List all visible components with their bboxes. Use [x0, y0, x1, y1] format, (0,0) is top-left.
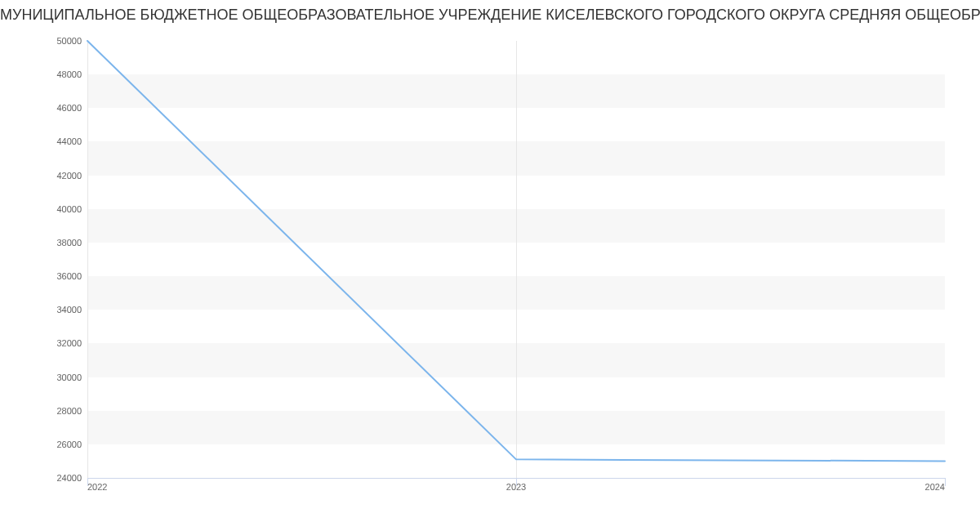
y-tick-label: 24000: [8, 473, 82, 483]
y-tick-label: 42000: [8, 171, 82, 181]
x-tick-label: 2024: [925, 482, 945, 492]
x-tick-label: 2022: [87, 482, 107, 492]
y-tick-label: 44000: [8, 136, 82, 146]
y-tick-label: 34000: [8, 305, 82, 315]
series-line: [87, 41, 945, 461]
y-tick-label: 46000: [8, 103, 82, 113]
y-tick-label: 32000: [8, 338, 82, 348]
y-tick-label: 48000: [8, 69, 82, 79]
y-tick-label: 36000: [8, 271, 82, 281]
y-tick-label: 50000: [8, 36, 82, 46]
x-tick-mark: [945, 478, 946, 486]
chart-container: МУНИЦИПАЛЬНОЕ БЮДЖЕТНОЕ ОБЩЕОБРАЗОВАТЕЛЬ…: [0, 0, 980, 531]
x-tick-mark: [87, 478, 88, 486]
y-tick-label: 40000: [8, 204, 82, 214]
x-tick-mark: [516, 478, 517, 486]
plot-area: [87, 41, 945, 478]
y-tick-label: 26000: [8, 440, 82, 449]
y-tick-label: 30000: [8, 373, 82, 382]
y-tick-label: 28000: [8, 406, 82, 416]
chart-title: МУНИЦИПАЛЬНОЕ БЮДЖЕТНОЕ ОБЩЕОБРАЗОВАТЕЛЬ…: [0, 7, 980, 24]
y-tick-label: 38000: [8, 238, 82, 248]
